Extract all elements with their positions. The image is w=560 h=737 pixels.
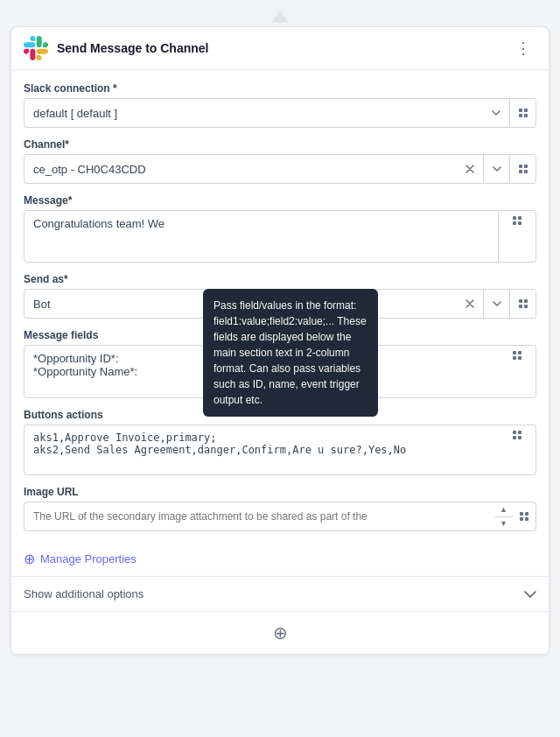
image-url-up-btn[interactable]: ▲: [494, 502, 513, 517]
channel-dropdown-btn[interactable]: [483, 155, 509, 183]
send-as-settings-btn[interactable]: [509, 290, 536, 318]
top-arrow: [0, 7, 560, 26]
channel-settings-icon: [519, 165, 528, 173]
message-fields-field: Message fields *Opportunity ID*: *Opport…: [24, 329, 536, 398]
channel-settings-btn[interactable]: [509, 155, 536, 183]
chevron-down-icon: [524, 591, 536, 598]
image-url-down-btn[interactable]: ▼: [494, 517, 513, 531]
send-as-field: Send as*: [24, 273, 536, 319]
send-as-label: Send as*: [24, 273, 536, 285]
button-actions-row: aks1,Approve Invoice,primary; aks2,Send …: [24, 425, 536, 475]
bottom-add-btn[interactable]: ⊕: [11, 611, 549, 654]
card-title: Send Message to Channel: [57, 41, 208, 55]
buttons-actions-sidebar: [499, 425, 536, 475]
send-as-clear-btn[interactable]: [457, 290, 483, 318]
image-url-arrows: ▲ ▼: [494, 502, 513, 531]
buttons-actions-label: Buttons actions: [24, 409, 536, 421]
message-field: Message* Congratulations team! We: [24, 194, 536, 263]
image-url-settings-btn[interactable]: [513, 502, 536, 531]
buttons-actions-settings-icon: [513, 431, 522, 439]
settings-icon: [519, 109, 528, 117]
message-settings-btn[interactable]: [504, 214, 530, 227]
message-settings-icon: [513, 216, 522, 225]
svg-rect-0: [24, 36, 48, 60]
main-card: Send Message to Channel ⋮ Slack connecti…: [10, 26, 550, 655]
channel-input[interactable]: [24, 154, 457, 184]
show-additional-label: Show additional options: [24, 587, 144, 600]
image-url-wrapper: ▲ ▼: [24, 502, 536, 531]
channel-row: [24, 154, 536, 184]
slack-connection-field: Slack connection *: [24, 82, 536, 128]
manage-properties-btn[interactable]: ⊕ Manage Properties: [24, 542, 536, 576]
message-fields-label: Message fields: [24, 329, 536, 341]
send-as-dropdown-btn[interactable]: [483, 290, 509, 318]
message-sidebar: [499, 210, 536, 263]
slack-connection-input[interactable]: [24, 98, 483, 128]
manage-properties-plus: ⊕: [24, 551, 35, 567]
buttons-actions-settings-btn[interactable]: [504, 429, 530, 441]
add-icon: ⊕: [273, 622, 288, 643]
channel-actions: [457, 154, 536, 184]
slack-connection-label: Slack connection *: [24, 82, 536, 95]
send-as-actions: [457, 289, 536, 319]
send-as-input[interactable]: [24, 289, 457, 319]
kebab-menu-button[interactable]: ⋮: [510, 37, 536, 60]
image-url-input[interactable]: [24, 502, 494, 531]
channel-label: Channel*: [24, 138, 536, 151]
show-additional-btn[interactable]: Show additional options: [11, 576, 549, 611]
message-label: Message*: [24, 194, 536, 207]
message-fields-sidebar: [499, 345, 536, 398]
message-fields-settings-btn[interactable]: [504, 349, 530, 361]
slack-connection-dropdown-btn[interactable]: [483, 99, 509, 127]
buttons-actions-textarea[interactable]: aks1,Approve Invoice,primary; aks2,Send …: [24, 425, 499, 475]
send-as-settings-icon: [519, 299, 528, 308]
channel-field: Channel*: [24, 138, 536, 184]
image-url-settings-icon: [520, 512, 528, 521]
slack-connection-settings-btn[interactable]: [509, 99, 536, 127]
card-header: Send Message to Channel ⋮: [11, 27, 549, 70]
image-url-field: Image URL ▲ ▼: [24, 486, 536, 531]
card-header-left: Send Message to Channel: [24, 36, 208, 60]
send-as-row: Pass field/values in the format: field1:…: [24, 289, 536, 319]
slack-logo: [24, 36, 48, 60]
slack-connection-actions: [483, 98, 536, 128]
outer-container: Send Message to Channel ⋮ Slack connecti…: [0, 7, 560, 690]
slack-connection-row: [24, 98, 536, 128]
message-wrapper: Congratulations team! We: [24, 210, 536, 263]
manage-properties-label: Manage Properties: [40, 552, 136, 565]
message-fields-settings-icon: [513, 351, 522, 360]
buttons-actions-field: Buttons actions aks1,Approve Invoice,pri…: [24, 409, 536, 475]
message-fields-row: *Opportunity ID*: *Opportunity Name*:: [24, 345, 536, 398]
card-body: Slack connection *: [11, 70, 549, 576]
image-url-label: Image URL: [24, 486, 536, 498]
message-textarea[interactable]: Congratulations team! We: [24, 210, 499, 263]
channel-clear-btn[interactable]: [457, 155, 483, 183]
message-fields-textarea[interactable]: *Opportunity ID*: *Opportunity Name*:: [24, 345, 499, 398]
